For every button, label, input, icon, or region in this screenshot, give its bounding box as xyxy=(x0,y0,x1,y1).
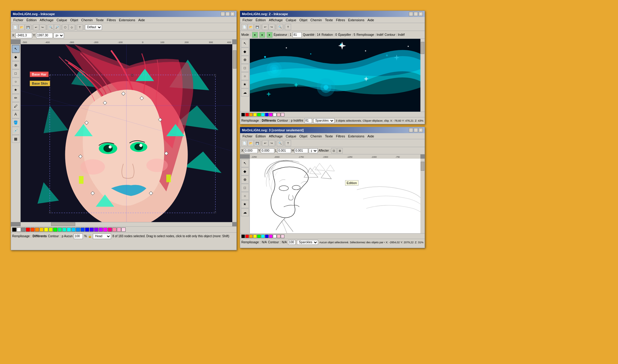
tr-open[interactable]: 📂 xyxy=(248,24,254,30)
br-y-input[interactable] xyxy=(261,148,274,153)
maximize-btn[interactable]: □ xyxy=(226,12,230,16)
swatch-magenta[interactable] xyxy=(103,228,107,232)
br-vscrollbar[interactable] xyxy=(420,159,425,233)
minimize-btn[interactable]: _ xyxy=(221,12,225,16)
swatch-white[interactable] xyxy=(17,228,21,232)
br-w-input[interactable] xyxy=(277,148,291,153)
tr-close-btn[interactable]: × xyxy=(419,12,423,16)
br-x-input[interactable] xyxy=(244,148,258,153)
br-swatch-cyan[interactable] xyxy=(261,234,265,238)
menu-affichage[interactable]: Affichage xyxy=(39,18,55,22)
open-btn[interactable]: 📂 xyxy=(19,24,25,30)
tr-menu-edition[interactable]: Édition xyxy=(254,18,267,22)
swatch-very-pale-pink[interactable] xyxy=(121,228,126,232)
tr-menu-affichage[interactable]: Affichage xyxy=(268,18,284,22)
br-affecter-btn2[interactable]: ⊞ xyxy=(337,148,343,153)
br-affecter-btn1[interactable]: ⊡ xyxy=(331,148,337,153)
tr-zoom-tool[interactable]: ⊕ xyxy=(241,56,249,64)
tr-layer-select[interactable]: Sparckles xyxy=(313,118,334,123)
br-save[interactable]: 💾 xyxy=(254,140,260,146)
main-hscrollbar[interactable] xyxy=(21,222,232,226)
tr-swatch-red[interactable] xyxy=(245,113,249,116)
tr-swatch-black[interactable] xyxy=(241,113,245,116)
tr-maximize-btn[interactable]: □ xyxy=(414,12,418,16)
br-vscroll-thumb[interactable] xyxy=(421,162,424,171)
swatch-magenta-purple[interactable] xyxy=(99,228,103,232)
tr-swatch-pink[interactable] xyxy=(277,113,280,116)
circle-tool[interactable]: ○ xyxy=(12,78,20,86)
tr-minimize-btn[interactable]: _ xyxy=(409,12,413,16)
br-swatch-black[interactable] xyxy=(241,234,245,238)
tr-menu-calque[interactable]: Calque xyxy=(284,18,297,22)
menu-fichier[interactable]: Fichier xyxy=(12,18,25,22)
coord-y-input[interactable] xyxy=(36,33,53,38)
br-spray-tool[interactable]: ☁ xyxy=(241,208,249,216)
tr-text[interactable]: T xyxy=(285,24,291,30)
menu-calque[interactable]: Calque xyxy=(55,18,68,22)
br-swatch-red[interactable] xyxy=(245,234,249,238)
tr-epaisseur-input[interactable] xyxy=(293,32,302,38)
br-menu-extensions[interactable]: Extensions xyxy=(347,134,366,138)
br-redo[interactable]: ↪ xyxy=(269,140,275,146)
tr-menu-texte[interactable]: Texte xyxy=(324,18,334,22)
eyedropper-tool[interactable]: 💉 xyxy=(12,127,20,135)
swatch-purple[interactable] xyxy=(94,228,98,232)
br-layer-select[interactable]: Sparckles xyxy=(297,240,318,245)
tr-node-tool[interactable]: ◆ xyxy=(241,48,249,56)
br-menu-aide[interactable]: Aide xyxy=(366,134,375,138)
swatch-lime[interactable] xyxy=(49,228,53,232)
menu-edition[interactable]: Édition xyxy=(25,18,38,22)
tr-mode-btn1[interactable]: ● xyxy=(252,32,258,38)
tr-swatch-cyan[interactable] xyxy=(261,113,265,116)
tr-save[interactable]: 💾 xyxy=(254,24,260,30)
swatch-mint[interactable] xyxy=(58,228,62,232)
swatch-orange[interactable] xyxy=(35,228,39,232)
br-zoom-in[interactable]: 🔍 xyxy=(277,140,283,146)
br-unit-select[interactable]: px xyxy=(309,148,318,153)
tr-vscroll-thumb[interactable] xyxy=(421,42,424,54)
br-maximize-btn[interactable]: □ xyxy=(414,128,418,132)
tr-new[interactable]: 📄 xyxy=(241,24,247,30)
rect-tool[interactable]: □ xyxy=(12,69,20,77)
tr-swatch-white[interactable] xyxy=(273,113,277,116)
br-rect-tool[interactable]: □ xyxy=(241,184,249,192)
unit-select[interactable]: pxmm xyxy=(53,33,64,38)
swatch-violet[interactable] xyxy=(90,228,94,232)
tr-zoom-in[interactable]: 🔍 xyxy=(277,24,283,30)
tr-spray-tool[interactable]: ☁ xyxy=(241,89,249,96)
redo-btn[interactable]: ↪ xyxy=(39,24,46,30)
tr-mode-btn2[interactable]: ● xyxy=(259,32,265,38)
tr-circle-tool[interactable]: ○ xyxy=(241,72,249,80)
br-menu-texte[interactable]: Texte xyxy=(324,134,334,138)
vscroll-thumb[interactable] xyxy=(233,50,236,69)
br-text[interactable]: T xyxy=(285,140,291,146)
swatch-cyan-green[interactable] xyxy=(62,228,66,232)
text-btn[interactable]: T xyxy=(77,24,83,30)
tr-undo[interactable]: ↩ xyxy=(262,24,268,30)
swatch-gray[interactable] xyxy=(21,228,25,232)
tr-swatch-magenta[interactable] xyxy=(269,113,273,116)
node-tool[interactable]: ◆ xyxy=(12,53,20,61)
br-swatch-pale-pink[interactable] xyxy=(281,234,284,238)
tr-menu-aide[interactable]: Aide xyxy=(366,18,375,22)
menu-texte[interactable]: Texte xyxy=(94,18,105,22)
pen-tool[interactable]: 🖊 xyxy=(12,102,20,110)
swatch-blue[interactable] xyxy=(76,228,80,232)
tr-swatch-blue[interactable] xyxy=(265,113,269,116)
br-menu-objet[interactable]: Objet xyxy=(298,134,308,138)
br-circle-tool[interactable]: ○ xyxy=(241,192,249,200)
swatch-bright-yellow[interactable] xyxy=(44,228,48,232)
select-btn[interactable]: ⬡ xyxy=(62,24,68,30)
tr-menu-chemin[interactable]: Chemin xyxy=(309,18,323,22)
br-undo[interactable]: ↩ xyxy=(262,140,268,146)
swatch-yellow[interactable] xyxy=(39,228,44,232)
tr-mode-btn3[interactable]: ● xyxy=(267,32,273,38)
tr-rect-tool[interactable]: □ xyxy=(241,64,249,72)
text-tool[interactable]: A xyxy=(12,110,20,118)
swatch-red[interactable] xyxy=(26,228,30,232)
arrow-tool[interactable]: ↖ xyxy=(12,45,20,53)
undo-btn[interactable]: ↩ xyxy=(33,24,39,30)
tr-opacity-input[interactable] xyxy=(304,118,312,123)
swatch-black[interactable] xyxy=(12,228,16,232)
gradient-tool[interactable]: ▦ xyxy=(12,135,20,143)
